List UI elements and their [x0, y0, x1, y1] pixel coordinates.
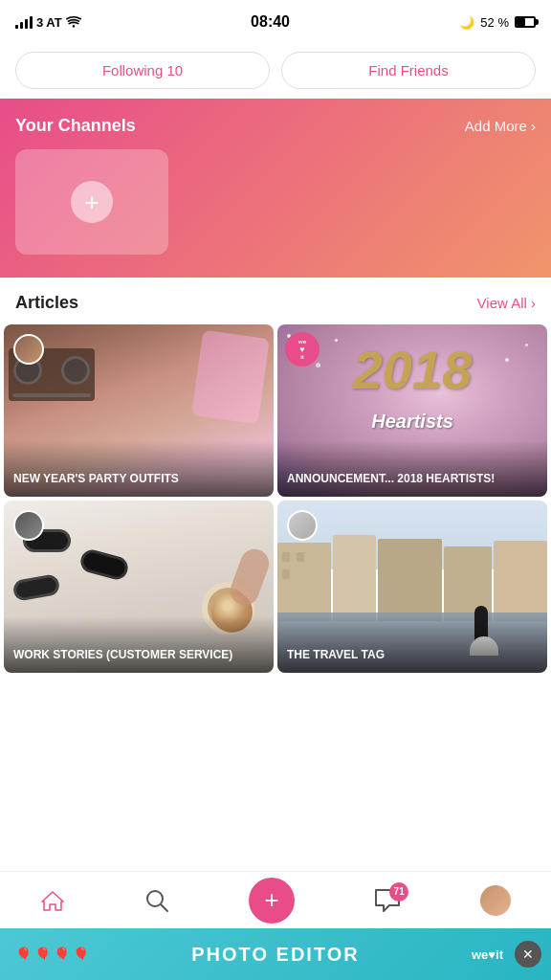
- article-card-1[interactable]: NEW YEAR'S PARTY OUTFITS: [4, 324, 274, 497]
- bottom-nav: + 71: [0, 871, 551, 928]
- find-friends-tab[interactable]: Find Friends: [281, 52, 536, 89]
- article-2-overlay: ANNOUNCEMENT... 2018 HEARTISTS!: [277, 440, 547, 497]
- article-1-avatar: [13, 334, 44, 365]
- article-4-avatar: [287, 510, 318, 541]
- channels-title: Your Channels: [15, 116, 136, 136]
- svg-point-0: [73, 25, 75, 27]
- nav-home[interactable]: [40, 889, 65, 912]
- tab-buttons: Following 10 Find Friends: [0, 42, 551, 99]
- nav-profile[interactable]: [480, 885, 511, 916]
- svg-line-2: [161, 904, 167, 911]
- nav-search[interactable]: [144, 888, 169, 913]
- articles-section: Articles View All › NEW YEAR'S PART: [0, 278, 551, 673]
- search-icon: [144, 888, 169, 913]
- status-bar: 3 AT 08:40 🌙 52 %: [0, 0, 551, 42]
- articles-header: Articles View All ›: [0, 293, 551, 324]
- view-all-button[interactable]: View All ›: [477, 295, 536, 311]
- carrier-label: 3 AT: [36, 15, 62, 30]
- article-1-overlay: NEW YEAR'S PARTY OUTFITS: [4, 440, 274, 497]
- home-icon: [40, 889, 65, 912]
- signal-icon: [15, 15, 33, 29]
- channels-section: Your Channels Add More › +: [0, 99, 551, 278]
- add-channel-icon: +: [71, 181, 113, 223]
- profile-avatar: [480, 885, 511, 916]
- article-card-2[interactable]: 2018 Heartists we ♥ it ANNOUNCEMENT... 2…: [277, 324, 547, 497]
- articles-title: Articles: [15, 293, 78, 313]
- wifi-icon: [66, 16, 81, 28]
- add-channel-card[interactable]: +: [15, 149, 168, 255]
- battery-label: 52 %: [480, 15, 509, 30]
- banner-text: PHOTO EDITOR: [191, 944, 360, 966]
- photo-editor-banner: 🎈 🎈 🎈 🎈 PHOTO EDITOR we♥it ✕: [0, 928, 551, 980]
- battery-icon: [515, 16, 536, 28]
- nav-messages[interactable]: 71: [374, 888, 401, 913]
- add-more-button[interactable]: Add More ›: [465, 118, 536, 134]
- article-1-title: NEW YEAR'S PARTY OUTFITS: [13, 472, 179, 485]
- banner-balloons: 🎈 🎈 🎈 🎈: [15, 947, 89, 962]
- article-2-title: ANNOUNCEMENT... 2018 HEARTISTS!: [287, 472, 495, 485]
- message-badge: 71: [389, 882, 408, 902]
- article-3-avatar: [13, 510, 44, 541]
- status-left: 3 AT: [15, 15, 81, 30]
- article-card-4[interactable]: THE TRAVEL TAG: [277, 501, 547, 673]
- whi-badge: we ♥ it: [285, 332, 320, 367]
- channels-header: Your Channels Add More ›: [15, 116, 536, 136]
- article-card-3[interactable]: WORK STORIES (CUSTOMER SERVICE): [4, 501, 274, 673]
- status-right: 🌙 52 %: [459, 15, 536, 30]
- article-4-overlay: THE TRAVEL TAG: [277, 616, 547, 673]
- banner-close-button[interactable]: ✕: [515, 941, 541, 968]
- following-tab[interactable]: Following 10: [15, 52, 270, 89]
- article-3-overlay: WORK STORIES (CUSTOMER SERVICE): [4, 616, 274, 673]
- banner-logo: we♥it: [472, 947, 503, 962]
- article-3-title: WORK STORIES (CUSTOMER SERVICE): [13, 648, 232, 661]
- article-4-title: THE TRAVEL TAG: [287, 648, 385, 661]
- moon-icon: 🌙: [459, 15, 474, 30]
- articles-grid: NEW YEAR'S PARTY OUTFITS 2018 Heartists …: [0, 324, 551, 673]
- status-time: 08:40: [251, 13, 290, 31]
- nav-add-button[interactable]: +: [249, 878, 295, 924]
